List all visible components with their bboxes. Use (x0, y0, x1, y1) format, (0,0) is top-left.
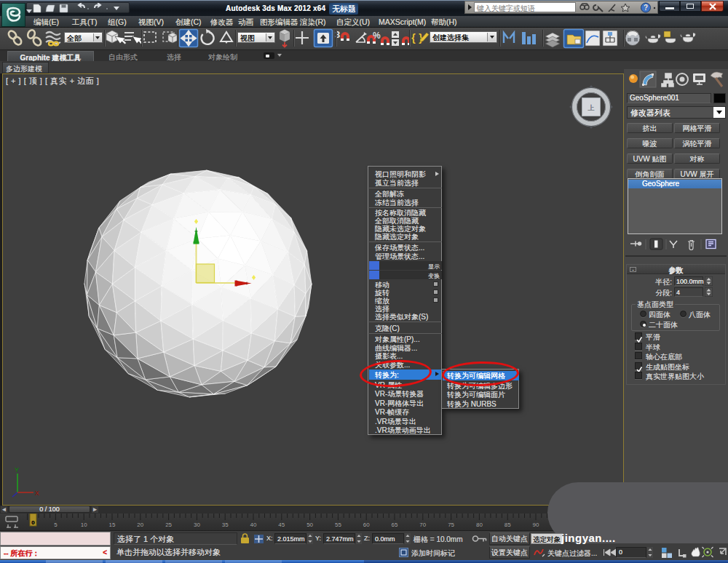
svg-text:30: 30 (194, 522, 200, 528)
svg-text:70: 70 (419, 522, 426, 528)
svg-text:55: 55 (335, 522, 341, 528)
svg-text:80: 80 (476, 522, 483, 528)
svg-text:45: 45 (278, 522, 285, 528)
svg-text:90: 90 (533, 522, 539, 528)
svg-text:25: 25 (165, 522, 172, 528)
svg-text:%: % (373, 31, 381, 41)
svg-text:60: 60 (363, 522, 370, 528)
svg-text:65: 65 (392, 522, 398, 528)
svg-text:15: 15 (109, 522, 116, 528)
svg-text:Y: Y (15, 466, 19, 474)
svg-text:40: 40 (250, 522, 257, 528)
svg-text:50: 50 (306, 522, 313, 528)
svg-text:10: 10 (81, 522, 87, 528)
svg-text:75: 75 (448, 522, 454, 528)
svg-text:20: 20 (137, 522, 143, 528)
svg-text:上: 上 (588, 104, 595, 111)
svg-text:X: X (35, 490, 39, 497)
svg-text:{ }: { } (411, 31, 423, 44)
svg-text:35: 35 (222, 522, 229, 528)
svg-text:0: 0 (31, 519, 35, 526)
svg-text:?: ? (644, 4, 648, 12)
svg-text:85: 85 (505, 522, 511, 528)
svg-text:5: 5 (54, 522, 58, 528)
